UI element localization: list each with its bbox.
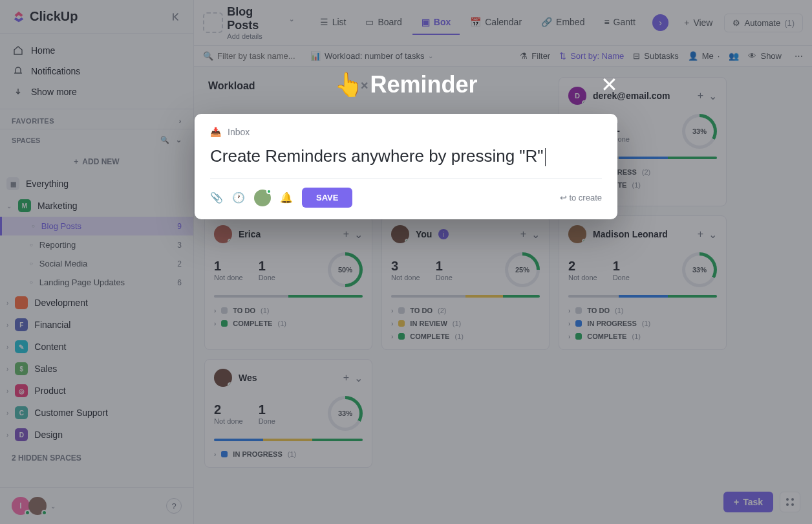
modal-title: 👆Reminder (334, 71, 477, 98)
save-button[interactable]: SAVE (302, 188, 352, 208)
notify-bell-icon[interactable]: 🔔 (280, 191, 293, 204)
attachment-icon[interactable]: 📎 (210, 191, 223, 204)
modal-overlay: 👆Reminder ✕ 📥Inbox Create Reminders anyw… (0, 0, 812, 524)
inbox-icon: 📥 (210, 127, 221, 137)
reminder-modal: 📥Inbox Create Reminders anywhere by pres… (195, 114, 617, 219)
inbox-selector[interactable]: 📥Inbox (210, 127, 602, 137)
reminder-text-input[interactable]: Create Reminders anywhere by pressing "R… (210, 144, 602, 179)
clock-icon[interactable]: 🕐 (232, 191, 245, 204)
keyboard-hint: ↩ to create (560, 193, 602, 202)
reminder-emoji-icon: 👆 (334, 71, 363, 98)
close-icon[interactable]: ✕ (601, 72, 618, 97)
assignee-avatar[interactable] (254, 190, 271, 206)
